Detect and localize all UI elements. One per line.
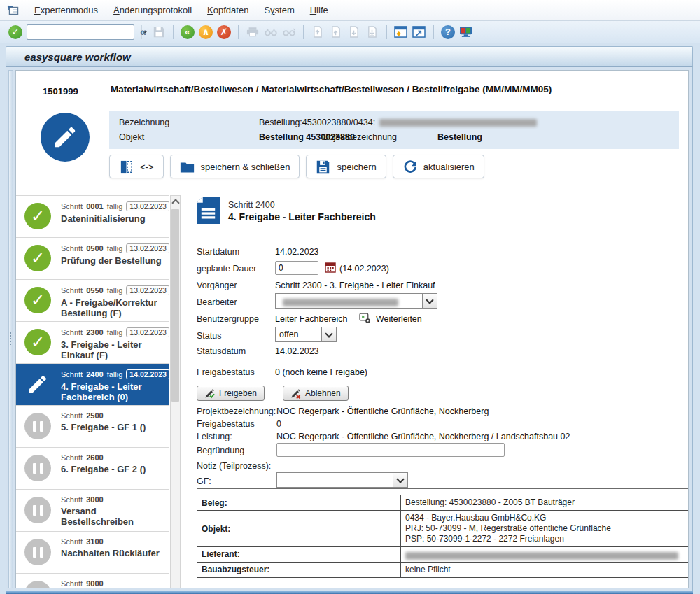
weiterleiten-label[interactable]: Weiterleiten	[376, 314, 422, 324]
find-next-icon[interactable]	[282, 25, 296, 39]
workflow-step-3100[interactable]: Schritt3100Nachhalten Rückläufer	[16, 532, 169, 574]
print-icon[interactable]	[246, 25, 260, 39]
create-shortcut-icon[interactable]	[412, 25, 426, 39]
startdatum-value: 14.02.2023	[275, 247, 319, 257]
refresh-button[interactable]: aktualisieren	[393, 155, 484, 178]
workflow-step-9000[interactable]: Schritt9000	[16, 574, 169, 588]
step-title: 4. Freigabe - Leiter Fachbereich (0)	[61, 381, 166, 402]
menubar-items: ExpertenmodusÄnderungsprotokollKopfdaten…	[34, 5, 328, 15]
save-icon[interactable]	[152, 25, 166, 39]
step-title: 6. Freigabe - GF 2 ()	[61, 464, 166, 474]
refresh-icon	[402, 160, 417, 174]
leistung-value: NOC Regerpark - Öffentliche Grünfläche, …	[276, 432, 570, 441]
status-value: offen	[276, 327, 321, 341]
customize-layout-icon[interactable]	[459, 25, 473, 39]
save-button[interactable]: speichern	[306, 155, 386, 178]
step-done-check-icon: ✓	[24, 287, 51, 313]
detail-row-label: Beleg:	[197, 495, 401, 511]
workflow-step-0001[interactable]: ✓Schritt0001fällig13.02.2023Dateninitial…	[16, 196, 169, 238]
pen-check-icon	[204, 388, 215, 399]
back-icon[interactable]: «	[181, 25, 195, 39]
step-meta: Schritt0001fällig13.02.2023	[61, 201, 166, 211]
dauer-hint: (14.02.2023)	[340, 264, 389, 274]
objekt-label: Objekt	[119, 132, 144, 142]
scroll-up-icon[interactable]	[171, 196, 180, 208]
scrollbar-thumb[interactable]	[172, 209, 179, 402]
menu-item-kopfdaten[interactable]: Kopfdaten	[207, 5, 248, 15]
step-pending-pause-icon	[24, 455, 51, 481]
workflow-step-2600[interactable]: Schritt26006. Freigabe - GF 2 ()	[16, 448, 169, 490]
gf-select[interactable]	[276, 472, 408, 488]
workflow-step-3000[interactable]: Schritt3000Versand Bestellschreiben	[16, 490, 169, 532]
toggle-view-button[interactable]: <->	[109, 155, 164, 178]
workflow-step-2300[interactable]: ✓Schritt2300fällig13.02.20233. Freigabe …	[16, 322, 169, 364]
weiterleiten-icon[interactable]	[359, 312, 371, 326]
help-icon[interactable]: ?	[441, 25, 455, 39]
bearbeiter-select[interactable]	[275, 293, 438, 309]
begruendung-label: Begründung	[197, 446, 244, 455]
menu-item-expertenmodus[interactable]: Expertenmodus	[34, 5, 98, 15]
command-input[interactable]	[27, 27, 141, 38]
new-session-icon[interactable]	[394, 25, 408, 39]
workflow-step-0550[interactable]: ✓Schritt0550fällig13.02.2023A - Freigabe…	[16, 280, 169, 322]
vorgaenger-value: Schritt 2300 - 3. Freigabe - Leiter Eink…	[275, 281, 435, 290]
detail-row-value	[401, 547, 690, 563]
step-list-scrollbar[interactable]	[170, 195, 181, 588]
step-title: Versand Bestellschreiben	[61, 506, 166, 527]
save-close-button[interactable]: speichern & schließen	[170, 155, 300, 178]
menu-item-hilfe[interactable]: Hilfe	[310, 5, 328, 15]
menu-item-system[interactable]: System	[264, 5, 294, 15]
begruendung-input[interactable]	[276, 443, 505, 457]
detail-row-label: Lieferant:	[197, 547, 401, 563]
statusdatum-label: Statusdatum	[197, 346, 246, 356]
status-label: Status	[197, 331, 221, 341]
exit-icon[interactable]: ∧	[199, 25, 213, 39]
workflow-step-0500[interactable]: ✓Schritt0500fällig13.02.2023Prüfung der …	[16, 238, 169, 280]
step-title: 3. Freigabe - Leiter Einkauf (F)	[61, 339, 166, 360]
bezeichnung-label: Bezeichnung	[119, 118, 169, 127]
dauer-input[interactable]	[275, 261, 318, 275]
step-due-date: 13.02.2023	[126, 285, 169, 295]
command-field[interactable]	[27, 24, 134, 40]
calendar-icon[interactable]	[325, 262, 336, 275]
toolbar: ✓ « « ∧ ✗ ?	[0, 21, 700, 43]
freigeben-button[interactable]: Freigeben	[197, 386, 265, 401]
detail-row-label: Objekt:	[197, 511, 401, 547]
system-menu-icon[interactable]	[7, 5, 19, 15]
notiz-label: Notiz (Teilprozess):	[197, 461, 271, 471]
collapse-icon[interactable]: «	[139, 26, 148, 38]
next-page-icon[interactable]	[347, 25, 361, 39]
first-page-icon[interactable]	[311, 25, 325, 39]
window-title: easysquare workflow	[6, 51, 131, 63]
last-page-icon[interactable]	[365, 25, 379, 39]
step-due-date: 13.02.2023	[126, 243, 169, 253]
step-list: ✓Schritt0001fällig13.02.2023Dateninitial…	[16, 195, 169, 588]
step-meta: Schritt2400fällig14.02.2023	[61, 369, 166, 379]
workflow-step-2400[interactable]: Schritt2400fällig14.02.20234. Freigabe -…	[16, 364, 169, 406]
chevron-down-icon[interactable]	[422, 294, 437, 308]
step-meta: Schritt9000	[61, 579, 166, 588]
menu-item--nderungsprotokoll[interactable]: Änderungsprotokoll	[113, 5, 192, 15]
cancel-icon[interactable]: ✗	[217, 25, 231, 39]
detail-row-value: 0434 - Bayer.Hausbau GmbH&Co.KGPRJ: 50-7…	[401, 511, 690, 547]
detail-row: Lieferant:	[197, 547, 690, 563]
previous-page-icon[interactable]	[329, 25, 343, 39]
chevron-down-icon[interactable]	[321, 327, 336, 341]
panel-splitter[interactable]	[8, 70, 13, 588]
step-pending-pause-icon	[24, 581, 51, 588]
enter-ok-icon[interactable]: ✓	[8, 25, 22, 39]
chevron-down-icon[interactable]	[393, 473, 407, 487]
freigabestatus2-value: 0	[276, 419, 281, 429]
gf-label: GF:	[197, 476, 211, 486]
step-done-check-icon: ✓	[24, 329, 51, 355]
freigabestatus2-label: Freigabestatus	[197, 419, 255, 429]
workflow-step-2500[interactable]: Schritt25005. Freigabe - GF 1 ()	[16, 406, 169, 448]
freigabestatus-value: 0 (noch keine Freigabe)	[275, 367, 368, 377]
detail-table-body: Beleg:Bestellung: 4530023880 - Z005 BT B…	[197, 495, 690, 578]
find-icon[interactable]	[264, 25, 278, 39]
status-select[interactable]: offen	[275, 327, 337, 342]
ablehnen-button[interactable]: Ablehnen	[283, 386, 349, 401]
detail-row: Objekt:0434 - Bayer.Hausbau GmbH&Co.KGPR…	[197, 511, 690, 547]
main-content: 1501999 Materialwirtschaft/Bestellwesen …	[15, 70, 689, 588]
workflow-id: 1501999	[43, 86, 78, 97]
